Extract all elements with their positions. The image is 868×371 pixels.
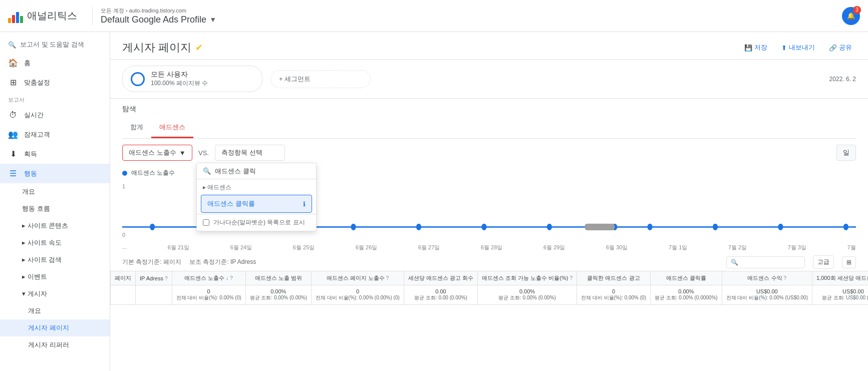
vs-label: VS. <box>198 149 209 157</box>
sidebar-sub-behavior-flow[interactable]: 행동 흐름 <box>0 200 110 217</box>
x-label-8: 6월 30일 <box>606 244 628 251</box>
sidebar-sub-site-content-label: ▸ 사이트 콘텐츠 <box>22 221 68 230</box>
all-users-segment[interactable]: 모든 사용자 100.00% 페이지뷰 수 <box>122 66 262 92</box>
sidebar-sub-site-speed[interactable]: ▸ 사이트 속도 <box>0 234 110 251</box>
tab-section: 탐색 합계 애드센스 <box>110 99 868 139</box>
sidebar-home-label: 홈 <box>24 59 31 68</box>
logo-icon <box>8 9 23 23</box>
th-clicks: 클릭한 애드센스 광고 <box>576 271 650 285</box>
sidebar-sub-publisher[interactable]: ▾ 게시자 <box>0 285 110 302</box>
main-layout: 🔍 보고서 및 도움말 검색 🏠 홈 ⊞ 맞춤설정 보고서 ⏱ 실시간 👥 잠재… <box>0 32 868 371</box>
breadcrumb-title[interactable]: Default Google Ads Profile ▼ <box>101 15 216 25</box>
x-label-1: 6월 21일 <box>168 244 189 251</box>
audience-icon: 👥 <box>8 130 18 139</box>
tab-summary[interactable]: 합계 <box>122 118 151 138</box>
table-search-input[interactable] <box>740 259 800 266</box>
add-segment-button[interactable]: + 세그먼트 <box>270 70 371 88</box>
page-title: 게시자 페이지 <box>122 40 191 55</box>
popup-info-icon: ℹ <box>303 200 306 208</box>
primary-metric-arrow: ▼ <box>179 149 186 157</box>
popup-section-label: ▸ 애드센스 <box>197 179 316 194</box>
x-label-6: 6월 28일 <box>481 244 502 251</box>
sidebar-item-acquisition[interactable]: ⬇ 획득 <box>0 144 110 164</box>
sidebar-sub-publisher-referrers[interactable]: 게시자 리퍼러 <box>0 336 110 353</box>
table-icon-button[interactable]: ⊞ <box>842 256 856 268</box>
secondary-metric-dropdown[interactable]: 측정항목 선택 <box>215 145 285 161</box>
legend-label: 애드센스 노출수 <box>131 169 175 177</box>
sidebar-sub-publisher-overview[interactable]: 개요 <box>0 302 110 319</box>
th-ip: IP Adress ? <box>136 271 172 285</box>
notification-button[interactable]: 🔔 3 <box>842 7 860 25</box>
sidebar-sub-overview[interactable]: 개요 <box>0 183 110 200</box>
td-ctr: 0.00% 평균 조화: 0.00% (0.0000%) <box>651 285 722 305</box>
th-rpm: 1,000회 세션당 애드센스 수익 <box>812 271 869 285</box>
x-label-0: ... <box>122 244 127 251</box>
td-session-ads: 0.00 평균 조화: 0.00 (0.00%) <box>404 285 477 305</box>
day-button[interactable]: 일 <box>836 145 856 161</box>
sidebar-sub-site-search[interactable]: ▸ 사이트 검색 <box>0 251 110 268</box>
logo-area: 애널리틱스 <box>8 9 88 23</box>
profile-dropdown-arrow[interactable]: ▼ <box>209 16 216 24</box>
breadcrumb-top: 모든 계정 › auto-trading.tistory.com <box>101 7 216 15</box>
base-measurement-label: 기본 측정기준: 페이지 <box>122 258 181 266</box>
svg-point-9 <box>648 224 653 230</box>
sidebar: 🔍 보고서 및 도움말 검색 🏠 홈 ⊞ 맞춤설정 보고서 ⏱ 실시간 👥 잠재… <box>0 32 110 371</box>
svg-point-7 <box>547 224 552 230</box>
date-label: 2022. 6. 2 <box>829 76 856 83</box>
sidebar-item-realtime[interactable]: ⏱ 실시간 <box>0 106 110 125</box>
sidebar-sub-site-speed-label: ▸ 사이트 속도 <box>22 238 62 247</box>
sidebar-item-behavior[interactable]: ☰ 행동 <box>0 164 110 183</box>
sidebar-sub-site-content[interactable]: ▸ 사이트 콘텐츠 <box>0 217 110 234</box>
x-label-12: 7월 <box>847 244 856 251</box>
sidebar-search-label: 보고서 및 도움말 검색 <box>20 40 84 49</box>
sidebar-acquisition-label: 획득 <box>24 150 37 159</box>
x-label-9: 7월 1일 <box>669 244 687 251</box>
th-page-impressions: 애드센스 페이지 노출수 ? <box>312 271 404 285</box>
export-button[interactable]: ⬆ 내보내기 <box>777 40 819 55</box>
popup-sort-checkbox[interactable] <box>203 219 209 226</box>
page-header: 게시자 페이지 ✔ 💾 저장 ⬆ 내보내기 🔗 공유 <box>110 32 868 60</box>
profile-name: Default Google Ads Profile <box>101 15 206 25</box>
share-button[interactable]: 🔗 공유 <box>825 40 856 55</box>
viewable-help-icon: ? <box>569 275 572 281</box>
sidebar-sub-publisher-pages[interactable]: 게시자 페이지 <box>0 319 110 336</box>
sidebar-sub-publisher-pages-label: 게시자 페이지 <box>28 323 69 332</box>
secondary-metric-placeholder: 측정항목 선택 <box>221 148 262 157</box>
explore-label: 탐색 <box>122 99 856 118</box>
add-segment-label: + 세그먼트 <box>279 75 311 84</box>
x-label-5: 6월 27일 <box>418 244 440 251</box>
popup-search-icon: 🔍 <box>203 167 211 175</box>
verified-badge-icon: ✔ <box>195 42 203 53</box>
x-label-7: 6월 29일 <box>543 244 565 251</box>
svg-point-10 <box>713 224 718 230</box>
sidebar-sub-events-label: ▸ 이벤트 <box>22 272 47 281</box>
chart-controls: 애드센스 노출수 ▼ 🔍 ▸ 애드센스 애드센스 클릭률 ℹ <box>110 139 868 167</box>
behavior-icon: ☰ <box>8 169 18 178</box>
table-search-icon: 🔍 <box>731 259 738 266</box>
primary-metric-label: 애드센스 노출수 <box>129 148 176 157</box>
sidebar-sub-events[interactable]: ▸ 이벤트 <box>0 268 110 285</box>
save-button[interactable]: 💾 저장 <box>740 40 771 55</box>
sidebar-item-home[interactable]: 🏠 홈 <box>0 53 110 73</box>
legend-dot-icon <box>122 171 127 176</box>
sidebar-item-customize[interactable]: ⊞ 맞춤설정 <box>0 73 110 92</box>
config-button[interactable]: 고급 <box>813 255 834 269</box>
popup-selected-item[interactable]: 애드센스 클릭률 ℹ <box>201 195 312 213</box>
primary-metric-dropdown[interactable]: 애드센스 노출수 ▼ <box>122 145 192 161</box>
x-label-10: 7월 2일 <box>728 244 747 251</box>
popup-search-input[interactable] <box>215 167 310 175</box>
home-icon: 🏠 <box>8 58 18 68</box>
svg-rect-13 <box>585 224 615 230</box>
segment-sub: 100.00% 페이지뷰 수 <box>151 79 208 88</box>
ip-help-icon: ? <box>165 276 168 281</box>
sidebar-item-audience[interactable]: 👥 잠재고객 <box>0 125 110 144</box>
impressions-sort-icon[interactable]: ↓ <box>226 275 228 281</box>
save-icon: 💾 <box>744 44 752 52</box>
header-breadcrumb: 모든 계정 › auto-trading.tistory.com Default… <box>92 7 216 25</box>
sidebar-search[interactable]: 🔍 보고서 및 도움말 검색 <box>0 36 110 53</box>
tab-adsense[interactable]: 애드센스 <box>151 118 193 138</box>
sidebar-sub-behavior-flow-label: 행동 흐름 <box>22 204 50 213</box>
svg-point-11 <box>778 224 783 230</box>
sidebar-sub-publisher-label: ▾ 게시자 <box>22 289 47 298</box>
td-page <box>111 285 136 305</box>
